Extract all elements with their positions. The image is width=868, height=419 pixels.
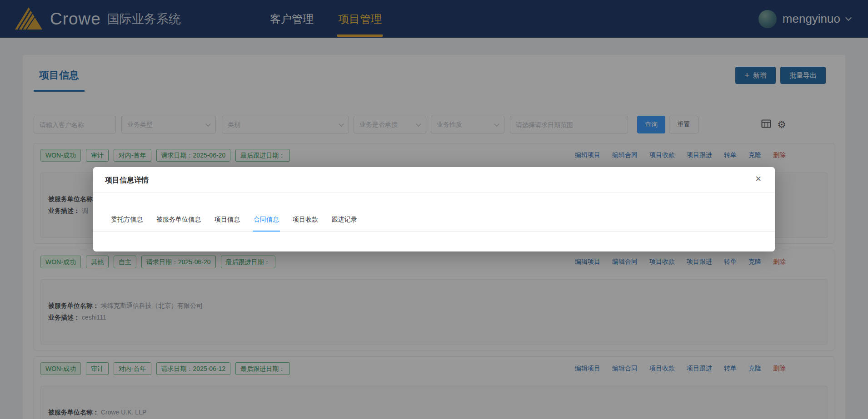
tab-project-payment[interactable]: 项目收款 bbox=[292, 216, 319, 232]
close-icon[interactable]: × bbox=[755, 174, 761, 184]
tab-project-info[interactable]: 项目信息 bbox=[214, 216, 241, 232]
tab-follow-records[interactable]: 跟进记录 bbox=[331, 216, 358, 232]
project-detail-modal: 项目信息详情 × 委托方信息 被服务单位信息 项目信息 合同信息 项目收款 跟进… bbox=[93, 167, 775, 251]
modal-header: 项目信息详情 × bbox=[93, 167, 775, 193]
tab-contract-info[interactable]: 合同信息 bbox=[253, 216, 280, 232]
modal-body bbox=[93, 232, 775, 252]
modal-title: 项目信息详情 bbox=[105, 176, 149, 184]
modal-tabs: 委托方信息 被服务单位信息 项目信息 合同信息 项目收款 跟进记录 bbox=[93, 193, 775, 232]
tab-served-unit-info[interactable]: 被服务单位信息 bbox=[155, 216, 202, 232]
tab-client-info[interactable]: 委托方信息 bbox=[110, 216, 144, 232]
